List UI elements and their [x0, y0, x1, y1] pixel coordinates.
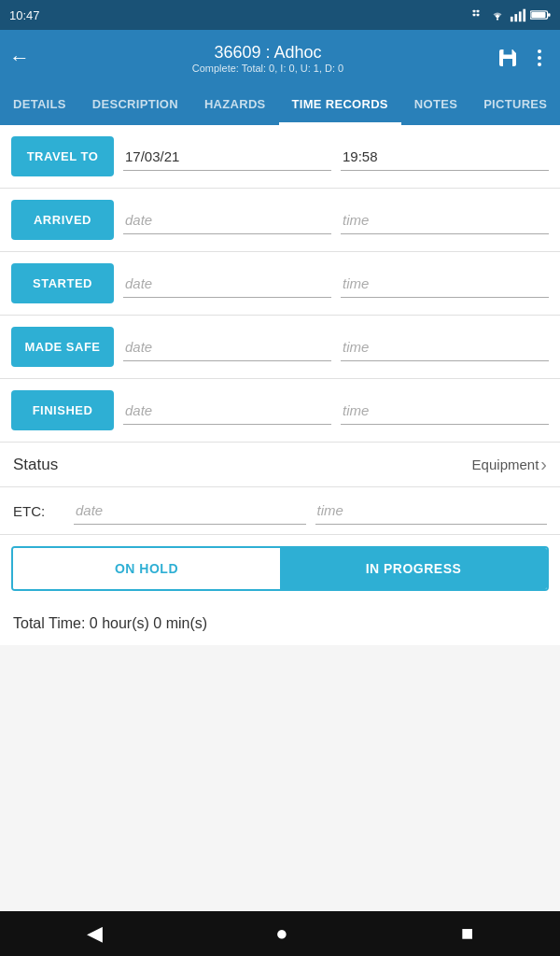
made-safe-date-input[interactable] [123, 333, 331, 361]
svg-point-4 [497, 18, 498, 20]
started-time-input[interactable] [341, 270, 549, 298]
status-label: Status [13, 456, 58, 474]
nav-back-button[interactable]: ◀ [68, 914, 121, 953]
svg-rect-10 [531, 12, 545, 18]
travel-to-button[interactable]: TRAVEL TO [11, 136, 114, 176]
nav-recents-button[interactable]: ■ [442, 914, 492, 953]
made-safe-time-input[interactable] [341, 333, 549, 361]
svg-rect-0 [473, 10, 476, 13]
etc-label: ETC: [13, 503, 64, 519]
signal-icon [510, 7, 526, 22]
chevron-right-icon: › [540, 454, 547, 475]
battery-icon [530, 8, 551, 21]
travel-to-row: TRAVEL TO [0, 125, 560, 189]
action-bar-icons [497, 47, 551, 69]
tab-pictures[interactable]: PICTURES [470, 86, 560, 125]
total-time-value: 0 hour(s) 0 min(s) [90, 615, 207, 631]
status-icons [470, 7, 551, 22]
finished-date-input[interactable] [123, 397, 331, 425]
status-row: Status Equipment › [0, 443, 560, 487]
on-hold-button[interactable]: ON HOLD [13, 548, 280, 589]
travel-to-inputs [123, 143, 549, 171]
etc-row: ETC: [0, 487, 560, 535]
tab-details[interactable]: DETAILS [0, 86, 79, 125]
total-time-row: Total Time: 0 hour(s) 0 min(s) [0, 602, 560, 645]
svg-rect-6 [514, 14, 517, 21]
svg-rect-5 [511, 17, 513, 21]
etc-date-input[interactable] [74, 497, 306, 525]
tab-hazards[interactable]: HAZARDS [191, 86, 279, 125]
wifi-icon [489, 7, 506, 22]
svg-rect-12 [503, 59, 512, 66]
arrived-row: ARRIVED [0, 189, 560, 252]
tab-description[interactable]: DESCRIPTION [79, 86, 191, 125]
job-title: 36609 : Adhoc [39, 43, 497, 63]
travel-to-date-input[interactable] [123, 143, 331, 171]
made-safe-button[interactable]: MADE SAFE [11, 327, 114, 367]
bottom-nav: ◀ ● ■ [0, 911, 560, 956]
job-subtitle: Complete: Total: 0, I: 0, U: 1, D: 0 [39, 63, 497, 74]
finished-inputs [123, 397, 549, 425]
made-safe-inputs [123, 333, 549, 361]
status-time: 10:47 [9, 8, 40, 22]
svg-point-13 [538, 49, 541, 53]
action-bar: ← 36609 : Adhoc Complete: Total: 0, I: 0… [0, 30, 560, 86]
arrived-inputs [123, 206, 549, 234]
svg-point-14 [538, 56, 541, 60]
tab-bar: DETAILS DESCRIPTION HAZARDS TIME RECORDS… [0, 86, 560, 125]
svg-rect-3 [477, 14, 480, 17]
equipment-link[interactable]: Equipment › [472, 454, 547, 475]
finished-button[interactable]: FINISHED [11, 390, 114, 430]
svg-rect-8 [523, 9, 525, 22]
more-button[interactable] [528, 47, 551, 69]
action-bar-title: 36609 : Adhoc Complete: Total: 0, I: 0, … [39, 43, 497, 74]
started-row: STARTED [0, 252, 560, 316]
nav-home-button[interactable]: ● [257, 914, 306, 953]
started-button[interactable]: STARTED [11, 263, 114, 303]
total-time-label: Total Time: [13, 615, 85, 631]
notification-icon [470, 7, 485, 22]
svg-rect-2 [473, 14, 476, 17]
arrived-button[interactable]: ARRIVED [11, 200, 114, 240]
started-inputs [123, 270, 549, 298]
travel-to-time-input[interactable] [341, 143, 549, 171]
started-date-input[interactable] [123, 270, 331, 298]
equipment-label: Equipment [472, 457, 539, 472]
status-buttons-row: ON HOLD IN PROGRESS [11, 546, 549, 591]
made-safe-row: MADE SAFE [0, 316, 560, 379]
main-content: TRAVEL TO ARRIVED STARTED MADE SAFE FINI… [0, 125, 560, 645]
svg-rect-11 [548, 13, 551, 16]
arrived-time-input[interactable] [341, 206, 549, 234]
tab-notes[interactable]: NOTES [401, 86, 470, 125]
svg-rect-1 [477, 10, 480, 13]
etc-time-input[interactable] [315, 497, 548, 525]
status-bar: 10:47 [0, 0, 560, 30]
tab-time-records[interactable]: TIME RECORDS [279, 86, 401, 125]
in-progress-button[interactable]: IN PROGRESS [280, 548, 547, 589]
finished-time-input[interactable] [341, 397, 549, 425]
finished-row: FINISHED [0, 379, 560, 443]
svg-point-15 [538, 63, 541, 66]
svg-rect-7 [519, 11, 522, 21]
arrived-date-input[interactable] [123, 206, 331, 234]
back-button[interactable]: ← [9, 46, 30, 70]
save-button[interactable] [497, 47, 519, 69]
